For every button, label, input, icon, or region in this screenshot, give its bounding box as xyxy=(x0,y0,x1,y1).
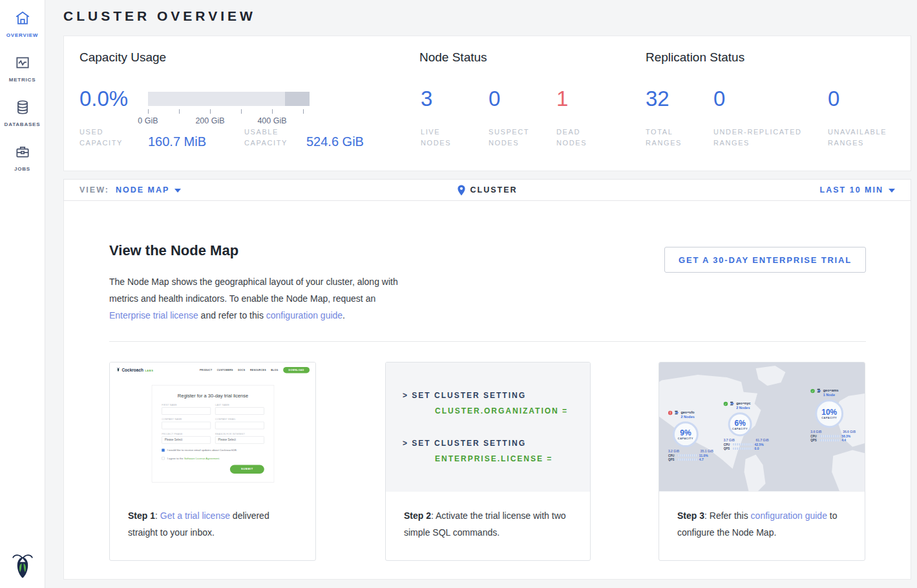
cockroach-logo xyxy=(0,552,45,579)
company-name-field xyxy=(162,422,211,429)
enterprise-trial-button[interactable]: GET A 30-DAY ENTERPRISE TRIAL xyxy=(664,247,866,273)
usable-capacity-label: USABLE CAPACITY xyxy=(244,127,302,149)
region-capacity-label: CAPACITY xyxy=(678,437,693,439)
region-node-count: 2 Nodes xyxy=(736,405,750,410)
total-ranges-label: TOTAL RANGES xyxy=(646,127,704,149)
qps-label: QPS xyxy=(810,439,818,442)
minisite-nav-item: CUSTOMERS xyxy=(217,369,233,371)
region-capacity-total: 61.7 GiB xyxy=(756,438,769,441)
node-map-heading: View the Node Map xyxy=(109,242,238,259)
gauge-tick xyxy=(179,109,180,114)
gauge-tick xyxy=(272,109,273,114)
cpu-value: 58.3% xyxy=(841,434,850,437)
sidebar-item-label: JOBS xyxy=(14,166,30,172)
qps-value: 4.7 xyxy=(699,458,704,461)
region-capacity-label: CAPACITY xyxy=(821,416,837,419)
company-email-field xyxy=(215,422,264,429)
get-trial-license-link[interactable]: Get a trial license xyxy=(160,510,230,521)
region-node-count: 1 Node xyxy=(823,392,839,397)
capacity-percent: 0.0% xyxy=(79,87,128,111)
field-label: COMPANY EMAIL xyxy=(215,418,264,420)
field-label: COMPANY NAME xyxy=(162,418,211,420)
node-live-status-icon: ✓ xyxy=(810,389,814,393)
time-range-dropdown[interactable]: LAST 10 MIN xyxy=(820,185,895,194)
sql-setting: CLUSTER.ORGANIZATION = xyxy=(435,406,590,415)
license-text: I agree to the xyxy=(167,457,184,460)
cpu-sparkline xyxy=(733,443,753,445)
node-status-title: Node Status xyxy=(419,50,487,65)
sidebar-item-label: OVERVIEW xyxy=(6,32,38,38)
configuration-guide-link[interactable]: configuration guide xyxy=(266,310,343,320)
cpu-sparkline xyxy=(677,454,697,456)
breadcrumb[interactable]: CLUSTER xyxy=(457,185,517,196)
gauge-tick-label: 200 GiB xyxy=(189,116,231,125)
minisite-brand-name: Cockroach xyxy=(121,368,143,372)
suspect-nodes-label: SUSPECT NODES xyxy=(489,127,540,149)
minisite-nav-item: BLOG xyxy=(271,369,278,371)
gauge-tick-label: 0 GiB xyxy=(127,116,169,125)
field-label: FIRST NAME xyxy=(162,404,211,406)
license-agreement-label: I agree to the Software License Agreemen… xyxy=(167,457,220,460)
qps-sparkline xyxy=(820,439,840,441)
cpu-sparkline xyxy=(820,435,840,437)
chevron-down-icon xyxy=(174,189,181,193)
page-bottom-strip xyxy=(45,580,917,588)
node-map-description: The Node Map shows the geographical layo… xyxy=(109,273,413,324)
capacity-donut: 6% CAPACITY xyxy=(728,412,752,436)
cockroach-logo-small xyxy=(116,367,120,372)
databases-icon xyxy=(14,99,31,116)
view-dropdown-value: NODE MAP xyxy=(116,185,169,194)
sidebar-item-metrics[interactable]: METRICS xyxy=(0,45,45,89)
minisite-header: Cockroach LABS PRODUCT CUSTOMERS DOCS RE… xyxy=(110,362,315,377)
email-updates-checkbox xyxy=(162,448,164,451)
region-capacity-pct: 9% xyxy=(680,428,691,437)
usable-capacity-value: 524.6 GiB xyxy=(306,134,364,149)
description-text: The Node Map shows the geographical layo… xyxy=(109,277,398,304)
trial-signup-screenshot: Cockroach LABS PRODUCT CUSTOMERS DOCS RE… xyxy=(110,362,315,492)
sidebar-item-databases[interactable]: DATABASES xyxy=(0,89,45,134)
dead-nodes-value: 1 xyxy=(556,87,568,111)
sidebar-item-label: METRICS xyxy=(9,77,36,83)
sidebar-item-overview[interactable]: OVERVIEW xyxy=(0,0,45,45)
configuration-guide-link[interactable]: configuration guide xyxy=(751,510,827,521)
sidebar-item-jobs[interactable]: JOBS xyxy=(0,134,45,178)
total-ranges-value: 32 xyxy=(646,87,669,111)
under-replicated-ranges-label: UNDER-REPLICATED RANGES xyxy=(713,127,823,149)
time-range-value: LAST 10 MIN xyxy=(820,185,883,194)
minisite-download-button: DOWNLOAD xyxy=(283,367,310,373)
unavailable-ranges-label: UNAVAILABLE RANGES xyxy=(828,127,912,149)
step3-card: ! geo=sfo 2 Nodes 9% CAPACITY xyxy=(659,362,865,561)
gauge-tick xyxy=(303,109,304,114)
chevron-down-icon xyxy=(889,189,895,193)
step2-card: > SET CLUSTER SETTING CLUSTER.ORGANIZATI… xyxy=(385,362,591,561)
map-pin-icon xyxy=(457,185,465,196)
map-region-nyc: ✓ geo=nyc 2 Nodes 6% CAPACITY xyxy=(724,401,775,450)
gauge-tick xyxy=(241,109,242,114)
cpu-value: 11.0% xyxy=(699,454,708,457)
field-label: PROJECT PHASE xyxy=(162,433,211,435)
cpu-label: CPU xyxy=(668,454,676,457)
step2-caption: Step 2: Activate the trial license with … xyxy=(386,492,590,541)
sidebar-item-label: DATABASES xyxy=(5,121,41,127)
region-capacity-used: 3.2 GiB xyxy=(668,449,679,452)
cpu-value: 42.5% xyxy=(755,443,764,446)
step3-caption: Step 3: Refer this configuration guide t… xyxy=(659,492,865,541)
license-agreement-checkbox xyxy=(162,457,164,459)
field-label: LAST NAME xyxy=(215,404,264,406)
step-text: : xyxy=(155,510,160,521)
minisite-nav-item: DOCS xyxy=(238,369,245,371)
under-replicated-ranges-value: 0 xyxy=(713,87,725,111)
region-capacity-pct: 10% xyxy=(821,408,837,417)
capacity-donut: 9% CAPACITY xyxy=(673,421,699,447)
node-map-preview: ! geo=sfo 2 Nodes 9% CAPACITY xyxy=(659,362,865,492)
qps-value: 0.0 xyxy=(755,447,759,450)
enterprise-trial-license-link[interactable]: Enterprise trial license xyxy=(109,310,198,320)
minisite-nav-item: PRODUCT xyxy=(200,369,212,371)
view-dropdown[interactable]: NODE MAP xyxy=(116,185,181,194)
capacity-usage-title: Capacity Usage xyxy=(79,50,166,65)
qps-label: QPS xyxy=(724,447,732,450)
view-bar: VIEW: NODE MAP CLUSTER LAST 10 MIN xyxy=(63,179,911,201)
view-label: VIEW: xyxy=(79,185,109,194)
field-label: REASON FOR INTEREST xyxy=(215,433,264,435)
region-node-count: 2 Nodes xyxy=(680,414,694,419)
